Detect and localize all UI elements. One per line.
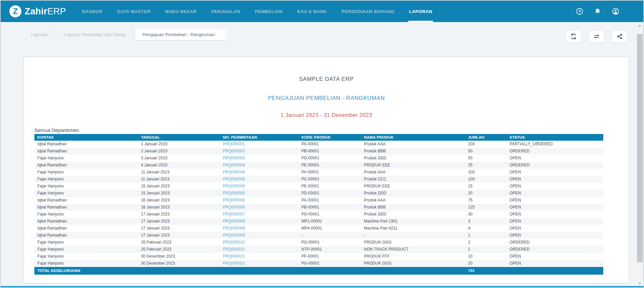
permintaan-link[interactable]: PRQ000008 (223, 177, 245, 181)
table-row: Fajar Hariyono 30 Desember 2023 PRQ00002… (34, 253, 603, 260)
scroll-up-arrow[interactable]: ▲ (637, 23, 643, 28)
cell-tanggal: 30 Desember 2023 (138, 260, 220, 267)
cell-tanggal: 17 Januari 2023 (138, 225, 220, 232)
cell-status: PARTIALLY_ORDERED (506, 141, 603, 148)
permintaan-link[interactable]: PRQ000001 (223, 142, 245, 146)
cell-nama-produk: Produk CCC (361, 176, 465, 183)
cell-no-permintaan: PRQ000009 (220, 225, 298, 232)
table-body: Iqbal Ramadhan 1 Januari 2023 PRQ000001 … (34, 141, 603, 267)
column-header: STATUS (506, 134, 603, 141)
permintaan-link[interactable]: PRQ000003 (223, 156, 245, 160)
cell-jumlah: 2 (465, 239, 506, 246)
cell-kode-produk: PD-00001 (298, 190, 361, 197)
user-icon[interactable] (612, 8, 619, 15)
nav-dasbor[interactable]: DASBOR (82, 1, 102, 22)
page-content: Laporan Laporan Pembelian dan Utang (1, 22, 643, 283)
cell-status: OPEN (506, 176, 603, 183)
brand-logo[interactable]: Z ZahirERP (9, 1, 66, 22)
report-period: 1 Januari 2023 - 31 Desember 2023 (24, 112, 629, 118)
refresh-icon (570, 33, 577, 40)
main-nav: DASBOR DATA MASTER BUKU BESAR PENJUALAN … (82, 1, 432, 22)
column-header: KONTAK (34, 134, 138, 141)
permintaan-link[interactable]: PRQ000021 (223, 261, 245, 266)
permintaan-link[interactable]: PRQ000006 (223, 198, 245, 202)
column-header: KODE PRODUK (298, 134, 361, 141)
filter-button[interactable] (589, 30, 604, 42)
cell-tanggal: 25 Februari 2023 (138, 239, 220, 246)
table-row: Fajar Hariyono 3 Januari 2023 PRQ000003 … (34, 155, 603, 162)
permintaan-link[interactable]: PRQ000002 (223, 149, 245, 153)
permintaan-link[interactable]: PRQ000004 (223, 163, 245, 167)
cell-tanggal: 1 Januari 2023 (138, 141, 220, 148)
cell-status: OPEN (506, 155, 603, 162)
nav-data-master[interactable]: DATA MASTER (117, 1, 151, 22)
cell-tanggal: 4 Januari 2023 (138, 162, 220, 169)
nav-pembelian[interactable]: PEMBELIAN (255, 1, 282, 22)
refresh-button[interactable] (566, 30, 581, 42)
cell-no-permintaan: PRQ000009 (220, 218, 298, 225)
permintaan-link[interactable]: PRQ000009 (223, 219, 245, 224)
cell-jumlah: 100 (465, 176, 506, 183)
cell-nama-produk: Produk BBB (361, 148, 465, 155)
cell-tanggal: 25 Februari 2023 (138, 246, 220, 253)
permintaan-link[interactable]: PRQ000010 (223, 247, 245, 252)
cell-kontak: Fajar Hariyono (34, 190, 138, 197)
cell-nama-produk: Produk BBB (361, 204, 465, 211)
permintaan-link[interactable]: PRQ000009 (223, 226, 245, 231)
cell-jumlah: 75 (465, 197, 506, 204)
cell-no-permintaan: PRQ000005 (220, 183, 298, 190)
nav-laporan[interactable]: LAPORAN (409, 1, 432, 22)
permintaan-link[interactable]: PRQ000010 (223, 240, 245, 245)
cell-jumlah: 10 (465, 253, 506, 260)
department-label: Semua Departemen (34, 127, 603, 133)
nav-persediaan-barang[interactable]: PERSEDIAAN BARANG (342, 1, 394, 22)
cell-tanggal: 2 Januari 2023 (138, 148, 220, 155)
cell-kode-produk: NTP-00001 (298, 246, 361, 253)
permintaan-link[interactable]: PRQ000006 (223, 205, 245, 209)
help-icon[interactable]: ? (576, 8, 583, 15)
table-row: Iqbal Ramadhan 17 Januari 2023 PRQ000009… (34, 232, 603, 239)
cell-nama-produk: NON TRACK PRODUCT (361, 246, 465, 253)
cell-kode-produk: PA-00001 (298, 197, 361, 204)
cell-nama-produk: Produk DDD (361, 155, 465, 162)
cell-nama-produk: PRODUK FFF (361, 253, 465, 260)
breadcrumb-link[interactable]: Laporan (24, 29, 53, 40)
permintaan-link[interactable]: PRQ000007 (223, 212, 245, 217)
company-name: SAMPLE DATA ERP (24, 57, 629, 83)
column-header: TANGGAL (138, 134, 220, 141)
cell-kontak: Fajar Hariyono (34, 169, 138, 176)
breadcrumb-link[interactable]: Laporan Pembelian dan Utang (57, 29, 131, 40)
cell-jumlah: 50 (465, 148, 506, 155)
chevron-right-icon (222, 29, 227, 40)
permintaan-link[interactable]: PRQ000021 (223, 254, 245, 259)
cell-tanggal: 3 Januari 2023 (138, 155, 220, 162)
cell-jumlah: 50 (465, 155, 506, 162)
cell-nama-produk: Produk AAA (361, 197, 465, 204)
permintaan-link[interactable]: PRQ000008 (223, 170, 245, 174)
permintaan-link[interactable]: PRQ000009 (223, 233, 245, 238)
share-button[interactable] (612, 30, 627, 42)
crumb-laporan-pembelian-dan-utang: Laporan Pembelian dan Utang (57, 29, 135, 40)
breadcrumb-link[interactable]: Pengajuan Pembelian - Rangkuman (135, 29, 222, 40)
bell-icon[interactable] (594, 8, 601, 15)
cell-status: OPEN (506, 204, 603, 211)
nav-kas-bank[interactable]: KAS & BANK (297, 1, 327, 22)
cell-kode-produk: PC-00001 (298, 176, 361, 183)
nav-buku-besar[interactable]: BUKU BESAR (165, 1, 197, 22)
cell-tanggal: 17 Januari 2023 (138, 218, 220, 225)
report-title: PENGAJUAN PEMBELIAN - RANGKUMAN (24, 95, 629, 102)
vertical-scrollbar[interactable]: ▲ ▼ (637, 23, 643, 286)
scrollbar-thumb[interactable] (637, 34, 643, 262)
cell-kontak: Fajar Hariyono (34, 260, 138, 267)
cell-status: OPEN (506, 190, 603, 197)
cell-no-permintaan: PRQ000010 (220, 239, 298, 246)
cell-no-permintaan: PRQ000008 (220, 169, 298, 176)
cell-jumlah: 20 (465, 260, 506, 267)
permintaan-link[interactable]: PRQ000005 (223, 191, 245, 195)
cell-kontak: Fajar Hariyono (34, 176, 138, 183)
permintaan-link[interactable]: PRQ000005 (223, 184, 245, 188)
cell-nama-produk: Produk AAA (361, 141, 465, 148)
scroll-down-arrow[interactable]: ▼ (637, 281, 643, 286)
cell-no-permintaan: PRQ000007 (220, 211, 298, 218)
nav-penjualan[interactable]: PENJUALAN (211, 1, 240, 22)
